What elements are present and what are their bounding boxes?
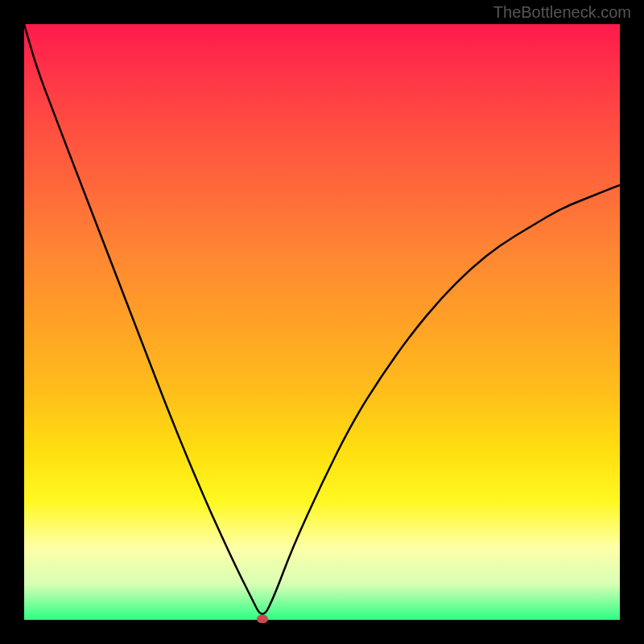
bottleneck-curve — [24, 24, 620, 620]
watermark-label: TheBottleneck.com — [493, 3, 631, 22]
plot-area — [24, 24, 620, 620]
chart-frame: TheBottleneck.com — [0, 0, 644, 644]
minimum-marker — [257, 615, 268, 623]
